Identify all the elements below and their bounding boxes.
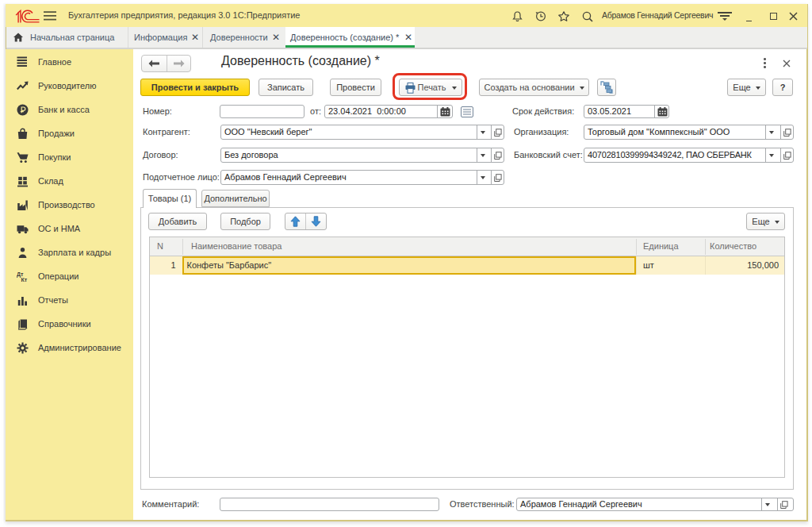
svg-text:Кт: Кт <box>21 277 28 283</box>
